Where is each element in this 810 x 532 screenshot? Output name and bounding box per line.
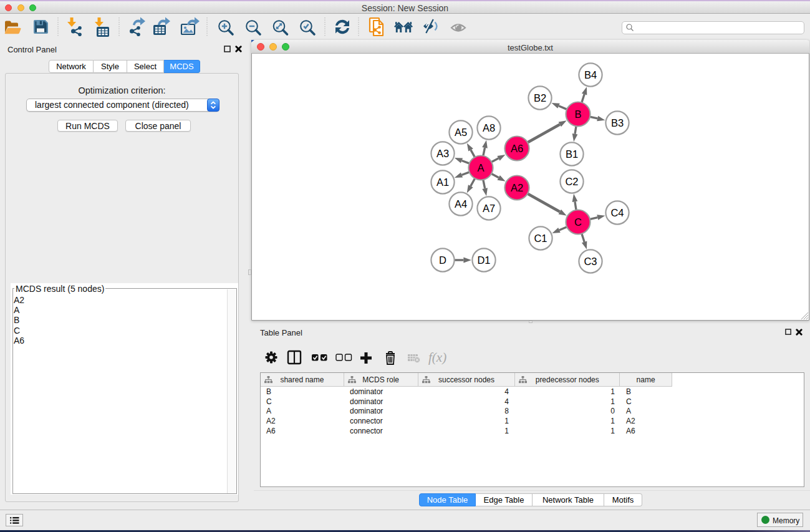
svg-text:B1: B1 — [566, 148, 578, 160]
svg-text:A5: A5 — [455, 127, 467, 138]
svg-text:A6: A6 — [511, 143, 523, 154]
svg-text:A4: A4 — [455, 198, 467, 210]
svg-text:A7: A7 — [483, 203, 495, 214]
svg-text:B2: B2 — [534, 92, 546, 104]
svg-text:C3: C3 — [584, 256, 597, 267]
svg-text:B4: B4 — [584, 69, 597, 80]
svg-text:f(x): f(x) — [428, 350, 446, 365]
svg-text:A8: A8 — [483, 122, 495, 133]
svg-text:A3: A3 — [436, 148, 449, 159]
svg-text:C2: C2 — [565, 176, 578, 187]
svg-text:D: D — [439, 254, 446, 266]
svg-text:A2: A2 — [511, 182, 523, 193]
svg-text:A: A — [477, 162, 484, 173]
svg-text:C: C — [574, 216, 582, 228]
svg-text:B3: B3 — [611, 117, 624, 128]
svg-text:A1: A1 — [436, 177, 449, 188]
svg-text:C4: C4 — [610, 207, 624, 218]
svg-text:B: B — [574, 109, 581, 120]
svg-text:D1: D1 — [477, 254, 490, 266]
svg-text:C1: C1 — [534, 233, 547, 244]
